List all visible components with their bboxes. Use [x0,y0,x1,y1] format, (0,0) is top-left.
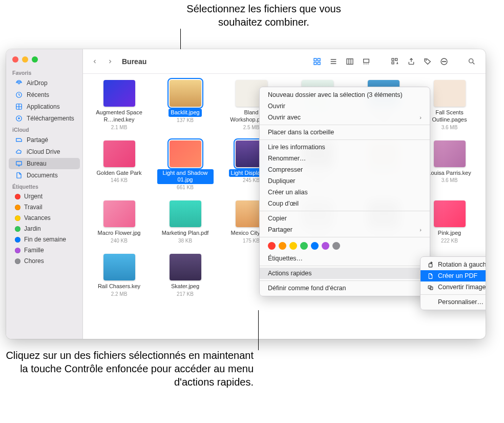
context-menu-item[interactable]: Étiquettes… [260,253,430,264]
icon-view-button[interactable] [309,55,325,68]
sidebar-label: Documents [27,172,58,179]
submenu-item[interactable]: Rotation à gauche [421,259,486,270]
menu-item-label: Ouvrir [268,103,285,110]
context-menu-item[interactable]: Placer dans la corbeille [260,127,430,138]
list-view-button[interactable] [326,55,341,68]
context-menu-item[interactable]: Actions rapides› [260,268,430,279]
tag-color[interactable] [322,242,329,250]
svg-rect-11 [392,58,394,61]
sidebar-tag-item[interactable]: Famille [9,245,80,255]
sidebar-label: Applications [27,103,60,110]
airdrop-icon [15,79,23,87]
finder-window: Favoris AirDrop Récents Applications Tél… [6,49,486,339]
submenu-item[interactable]: Créer un PDF [421,270,486,281]
context-menu-item[interactable]: Ouvrir avec› [260,112,430,123]
file-item[interactable]: Light and Shadow 01.jpg 661 KB [153,140,217,191]
column-view-button[interactable] [342,55,358,68]
search-button[interactable] [464,55,479,68]
group-button[interactable] [387,55,403,68]
sidebar-tag-item[interactable]: Chores [9,256,80,266]
sidebar-tag-item[interactable]: Fin de semaine [9,234,80,245]
sidebar-tag-item[interactable]: Jardin [9,224,80,234]
file-name: Louisa Parris.key [426,169,473,177]
zoom-button[interactable] [32,56,38,63]
context-menu-item[interactable]: Compresser [260,164,430,175]
context-menu-item[interactable]: Dupliquer [260,175,430,187]
submenu-item[interactable]: Personnaliser… [421,296,486,308]
sidebar-tag-item[interactable]: Travail [9,202,80,212]
convert-icon [427,284,434,291]
tag-color[interactable] [300,242,308,250]
context-menu-item[interactable]: Définir comme fond d'écran [260,283,430,294]
menu-item-label: Ouvrir avec [268,114,301,121]
context-menu-item[interactable]: Ouvrir [260,100,430,112]
file-size: 661 KB [177,185,194,190]
svg-rect-12 [395,58,397,61]
sidebar-label: Jardin [24,225,41,232]
file-thumbnail [170,200,201,227]
sidebar-tag-item[interactable]: Urgent [9,191,80,202]
file-thumbnail [434,80,466,107]
context-menu-item[interactable]: Partager› [260,224,430,235]
sidebar-item-recents[interactable]: Récents [9,89,80,100]
file-item[interactable]: Skater.jpeg 217 KB [153,254,217,297]
share-button[interactable] [404,55,419,68]
tag-color[interactable] [332,242,340,250]
file-item[interactable]: Marketing Plan.pdf 38 KB [153,200,217,244]
callout-bottom: Cliquez sur un des fichiers sélectionnés… [0,349,254,389]
context-menu-item[interactable]: Créer un alias [260,187,430,198]
file-name: Skater.jpeg [169,283,201,291]
sidebar-tag-item[interactable]: Vacances [9,213,80,223]
traffic-lights [6,54,82,68]
svg-rect-9 [347,58,353,64]
tag-color[interactable] [311,242,319,250]
tag-dot-icon [15,194,20,199]
file-item[interactable]: Rail Chasers.key 2.2 MB [87,254,151,297]
file-item[interactable]: Macro Flower.jpg 240 KB [87,200,151,244]
tag-dot-icon [15,248,20,253]
context-menu-item[interactable]: Coup d'œil [260,198,430,209]
file-size: 3.6 MB [442,177,458,183]
sidebar-item-bureau[interactable]: Bureau [9,158,80,169]
sidebar-item-applications[interactable]: Applications [9,101,80,112]
menu-separator [260,280,430,281]
sidebar-item-documents[interactable]: Documents [9,170,80,181]
file-size: 222 KB [441,238,458,244]
forward-button[interactable] [104,55,116,68]
tag-color[interactable] [279,242,286,250]
file-size: 175 KB [243,238,260,244]
context-menu-item[interactable]: Nouveau dossier avec la sélection (3 élé… [260,89,430,100]
tag-dot-icon [15,215,20,221]
menu-item-label: Copier [268,215,287,222]
svg-point-14 [426,59,426,60]
gallery-view-button[interactable] [359,55,374,68]
file-item[interactable]: Augmented Space R…ined.key 2.1 MB [87,80,151,130]
sidebar-item-downloads[interactable]: Téléchargements [9,113,80,124]
file-name: Backlit.jpeg [169,109,201,117]
window-title: Bureau [122,57,146,66]
tag-button[interactable] [420,55,435,68]
file-item[interactable]: Backlit.jpeg 137 KB [153,80,217,130]
menu-item-label: Dupliquer [268,177,296,185]
menu-item-label: Étiquettes… [268,255,303,262]
sidebar-item-icloud-drive[interactable]: iCloud Drive [9,146,80,157]
file-item[interactable]: Golden Gate Park 146 KB [87,140,151,191]
context-menu-item[interactable]: Copier [260,213,430,224]
minimize-button[interactable] [22,56,28,63]
context-menu-item[interactable]: Renommer… [260,153,430,164]
close-button[interactable] [12,56,18,63]
file-size: 2.2 MB [111,291,128,297]
back-button[interactable] [89,55,100,68]
sidebar-label: Fin de semaine [24,236,66,243]
submenu-item[interactable]: Convertir l'image [421,281,486,293]
context-menu-item[interactable]: Lire les informations [260,142,430,153]
tag-color[interactable] [289,242,297,250]
sidebar-item-shared[interactable]: Partagé [9,134,80,146]
svg-point-18 [445,61,446,62]
menu-separator [260,266,430,266]
more-button[interactable] [436,55,452,68]
menu-item-label: Partager [268,226,292,233]
sidebar-item-airdrop[interactable]: AirDrop [9,77,80,89]
file-thumbnail [434,140,466,167]
tag-color[interactable] [268,242,276,250]
